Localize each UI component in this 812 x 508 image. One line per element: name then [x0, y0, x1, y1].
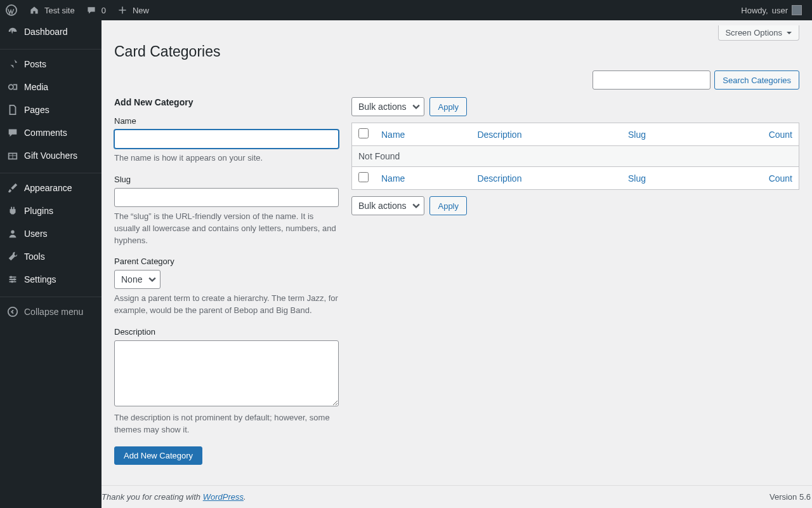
avatar: [792, 5, 802, 15]
column-header-slug[interactable]: Slug: [628, 130, 646, 140]
search-input[interactable]: [593, 70, 710, 90]
sidebar-item-appearance[interactable]: Appearance: [0, 177, 102, 199]
parent-help: Assign a parent term to create a hierarc…: [114, 293, 339, 317]
sidebar-item-dashboard[interactable]: Dashboard: [0, 20, 102, 43]
collapse-menu[interactable]: Collapse menu: [0, 300, 102, 323]
search-button[interactable]: Search Categories: [714, 70, 799, 90]
collapse-icon: [6, 305, 19, 318]
name-label: Name: [114, 116, 339, 126]
form-heading: Add New Category: [114, 97, 339, 107]
footer-version: Version 5.6: [769, 492, 811, 502]
screen-options-label: Screen Options: [725, 28, 782, 37]
sidebar-item-settings[interactable]: Settings: [0, 268, 102, 291]
plus-icon: [116, 4, 129, 17]
sidebar-item-pages[interactable]: Pages: [0, 98, 102, 121]
menu-separator: [0, 46, 102, 50]
column-footer-description[interactable]: Description: [477, 173, 521, 184]
bulk-apply-bottom[interactable]: Apply: [429, 196, 467, 215]
sidebar-item-gift-vouchers[interactable]: Gift Vouchers: [0, 144, 102, 167]
media-icon: [6, 81, 19, 93]
bulk-actions-label: Bulk actions: [358, 201, 406, 211]
parent-category-select[interactable]: None: [114, 270, 160, 289]
svg-point-1: [9, 84, 13, 89]
sidebar-item-comments[interactable]: Comments: [0, 121, 102, 144]
bulk-actions-label: Bulk actions: [358, 102, 406, 112]
dashboard-icon: [6, 25, 19, 38]
sidebar-item-plugins[interactable]: Plugins: [0, 199, 102, 222]
sidebar-item-media[interactable]: Media: [0, 76, 102, 98]
sidebar-item-tools[interactable]: Tools: [0, 245, 102, 268]
sidebar-item-label: Comments: [24, 128, 67, 138]
comments-count: 0: [102, 6, 106, 15]
categories-table: Name Description Slug Count Not Found Na…: [351, 123, 799, 190]
sidebar-item-label: Plugins: [24, 206, 53, 216]
sidebar-item-label: Dashboard: [24, 27, 68, 37]
menu-separator: [0, 170, 102, 173]
column-header-description[interactable]: Description: [477, 130, 521, 140]
pin-icon: [6, 58, 19, 70]
page-icon: [6, 104, 19, 116]
name-help: The name is how it appears on your site.: [114, 152, 339, 164]
slug-input[interactable]: [114, 188, 339, 207]
site-name-label: Test site: [44, 6, 75, 15]
new-content-label: New: [133, 6, 149, 15]
caret-down-icon: [786, 30, 792, 36]
sidebar-item-label: Settings: [24, 274, 56, 284]
howdy-link[interactable]: Howdy, user: [736, 0, 807, 20]
sidebar-item-posts[interactable]: Posts: [0, 53, 102, 76]
svg-point-6: [8, 307, 17, 316]
parent-category-label: Parent Category: [114, 257, 339, 266]
comments-icon: [85, 4, 98, 17]
column-header-name[interactable]: Name: [381, 130, 405, 140]
svg-point-5: [11, 281, 13, 283]
name-input[interactable]: [114, 130, 339, 149]
column-header-count[interactable]: Count: [769, 130, 792, 140]
wp-logo[interactable]: [0, 0, 23, 20]
slug-help: The “slug” is the URL-friendly version o…: [114, 211, 339, 247]
column-footer-slug[interactable]: Slug: [628, 173, 646, 184]
svg-point-4: [13, 278, 16, 281]
submit-button[interactable]: Add New Category: [114, 446, 202, 465]
settings-icon: [6, 273, 19, 286]
parent-selected-value: None: [121, 274, 142, 284]
chevron-down-icon: [148, 276, 156, 283]
description-help: The description is not prominent by defa…: [114, 412, 339, 436]
chevron-down-icon: [412, 202, 420, 210]
comments-link[interactable]: 0: [80, 0, 111, 20]
svg-point-2: [11, 231, 14, 234]
page-title: Card Categories: [114, 43, 799, 60]
sidebar-item-label: Gift Vouchers: [24, 150, 77, 161]
column-footer-name[interactable]: Name: [381, 173, 405, 184]
slug-label: Slug: [114, 175, 339, 184]
sidebar-item-label: Appearance: [24, 183, 72, 193]
bulk-actions-select-top[interactable]: Bulk actions: [351, 97, 424, 116]
footer-period: .: [244, 492, 246, 502]
howdy-user: user: [772, 6, 788, 15]
footer-wordpress-link[interactable]: WordPress: [203, 492, 244, 502]
select-all-bottom[interactable]: [358, 172, 369, 182]
bulk-actions-select-bottom[interactable]: Bulk actions: [351, 196, 424, 215]
sidebar-item-label: Media: [24, 82, 48, 92]
chevron-down-icon: [412, 103, 420, 110]
howdy-prefix: Howdy,: [741, 6, 768, 15]
sidebar-item-users[interactable]: Users: [0, 222, 102, 245]
menu-separator: [0, 294, 102, 297]
collapse-label: Collapse menu: [24, 307, 83, 317]
voucher-icon: [6, 149, 19, 162]
description-label: Description: [114, 327, 339, 337]
home-icon: [28, 4, 41, 17]
sidebar-item-label: Users: [24, 229, 48, 239]
description-textarea[interactable]: [114, 340, 339, 406]
site-name-link[interactable]: Test site: [23, 0, 80, 20]
wordpress-logo-icon: [5, 4, 18, 17]
sidebar-item-label: Tools: [24, 251, 45, 262]
column-footer-count[interactable]: Count: [769, 173, 792, 184]
svg-point-0: [6, 5, 16, 15]
comment-icon: [6, 126, 19, 139]
bulk-apply-top[interactable]: Apply: [429, 97, 467, 116]
select-all-top[interactable]: [358, 128, 369, 138]
new-content-link[interactable]: New: [111, 0, 154, 20]
footer-thanks: Thank you for creating with: [102, 492, 203, 502]
screen-options-toggle[interactable]: Screen Options: [718, 25, 799, 41]
sidebar-item-label: Pages: [24, 105, 49, 115]
